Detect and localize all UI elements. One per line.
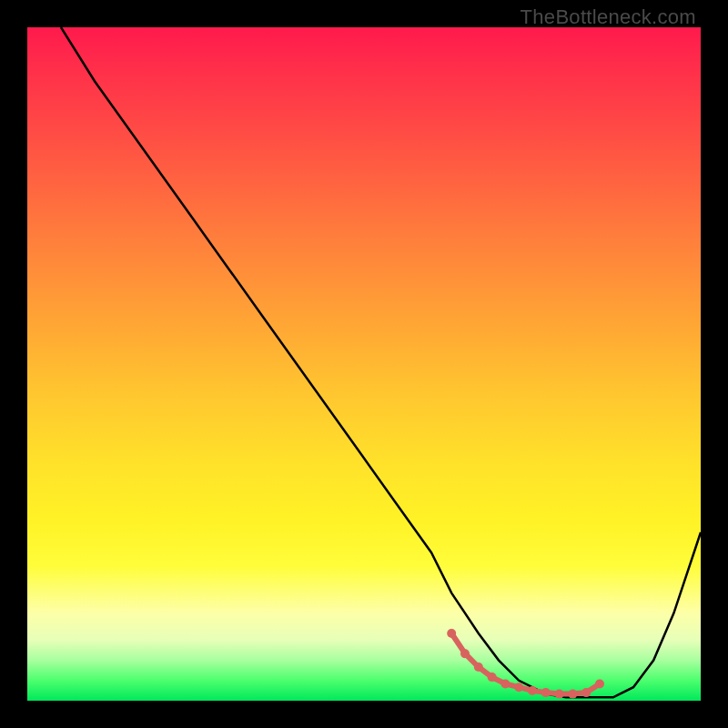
marker-dot [541,688,551,697]
highlight-markers [447,629,604,699]
marker-dot [581,688,591,697]
chart-container: TheBottleneck.com [0,0,728,728]
watermark-text: TheBottleneck.com [521,5,696,29]
bottleneck-curve [61,27,701,697]
marker-dot [460,649,470,658]
plot-area [27,27,701,701]
marker-dot [555,690,564,699]
marker-dot [528,686,537,695]
marker-dot [488,672,497,682]
marker-line [451,633,600,694]
curve-layer [27,27,701,701]
marker-dot [514,682,523,692]
marker-dot [474,662,483,672]
marker-dot [500,680,510,689]
marker-dot [595,680,604,689]
marker-dot [568,690,577,699]
marker-dot [447,629,456,638]
